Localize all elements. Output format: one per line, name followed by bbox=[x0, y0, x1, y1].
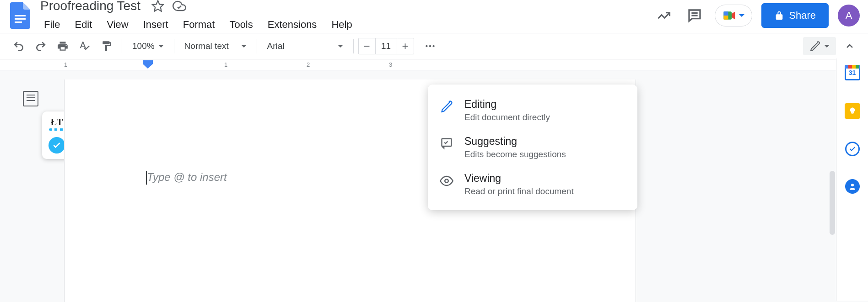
style-dropdown[interactable]: Normal text bbox=[179, 38, 252, 54]
svg-point-17 bbox=[445, 179, 448, 183]
mode-desc: Read or print final document bbox=[464, 186, 574, 196]
mode-desc: Edit document directly bbox=[464, 112, 550, 122]
menu-view[interactable]: View bbox=[100, 16, 135, 33]
paint-format-button[interactable] bbox=[96, 37, 117, 56]
spellcheck-button[interactable] bbox=[74, 37, 95, 56]
svg-point-10 bbox=[429, 45, 431, 47]
svg-rect-7 bbox=[724, 11, 728, 16]
activity-icon[interactable] bbox=[653, 5, 674, 26]
cloud-status-icon[interactable] bbox=[173, 0, 186, 13]
meet-button[interactable] bbox=[715, 5, 752, 26]
side-panel: 31 bbox=[836, 58, 868, 301]
ruler-mark: 3 bbox=[389, 61, 392, 68]
menu-edit[interactable]: Edit bbox=[68, 16, 98, 33]
scrollbar[interactable] bbox=[830, 171, 835, 235]
menu-format[interactable]: Format bbox=[177, 16, 221, 33]
docs-logo[interactable] bbox=[8, 0, 32, 32]
menubar: File Edit View Insert Format Tools Exten… bbox=[38, 16, 653, 33]
font-size-control: − 11 + bbox=[358, 38, 414, 54]
contacts-icon[interactable] bbox=[845, 179, 860, 194]
svg-marker-3 bbox=[152, 0, 163, 11]
mode-suggesting[interactable]: Suggesting Edits become suggestions bbox=[428, 129, 637, 166]
mode-title: Suggesting bbox=[464, 135, 566, 148]
calendar-icon[interactable]: 31 bbox=[845, 65, 860, 80]
comments-icon[interactable] bbox=[684, 5, 706, 26]
ruler-mark: 2 bbox=[307, 61, 310, 68]
check-ok-icon[interactable] bbox=[49, 137, 65, 154]
svg-marker-12 bbox=[143, 60, 153, 69]
font-size-decrease[interactable]: − bbox=[359, 38, 375, 54]
wave-icon bbox=[49, 128, 65, 131]
mode-editing[interactable]: Editing Edit document directly bbox=[428, 92, 637, 129]
svg-point-9 bbox=[426, 45, 427, 47]
insert-placeholder: Type @ to insert bbox=[147, 171, 227, 184]
caret-icon bbox=[739, 14, 744, 17]
menu-extensions[interactable]: Extensions bbox=[261, 16, 323, 33]
more-tools-button[interactable] bbox=[420, 37, 441, 56]
outline-button[interactable] bbox=[23, 91, 38, 106]
svg-rect-2 bbox=[15, 21, 22, 23]
font-size-increase[interactable]: + bbox=[397, 38, 414, 54]
svg-rect-1 bbox=[15, 18, 26, 20]
menu-help[interactable]: Help bbox=[325, 16, 358, 33]
menu-file[interactable]: File bbox=[38, 16, 66, 33]
collapse-toolbar-button[interactable] bbox=[840, 37, 860, 55]
indent-marker[interactable] bbox=[143, 60, 153, 71]
share-label: Share bbox=[789, 10, 816, 21]
menu-tools[interactable]: Tools bbox=[223, 16, 259, 33]
mode-desc: Edits become suggestions bbox=[464, 149, 566, 159]
languagetool-logo-icon: ŁT bbox=[51, 117, 63, 127]
suggest-icon bbox=[440, 137, 453, 150]
editing-mode-button[interactable] bbox=[803, 37, 836, 55]
mode-menu: Editing Edit document directly Suggestin… bbox=[428, 85, 637, 210]
keep-icon[interactable] bbox=[845, 103, 860, 119]
font-dropdown[interactable]: Arial bbox=[262, 38, 349, 54]
avatar[interactable]: A bbox=[838, 5, 860, 26]
share-button[interactable]: Share bbox=[761, 3, 829, 28]
ruler-mark: 1 bbox=[224, 61, 227, 68]
ruler[interactable]: 1 1 2 3 bbox=[0, 59, 868, 70]
font-size-value[interactable]: 11 bbox=[375, 38, 397, 54]
menu-insert[interactable]: Insert bbox=[137, 16, 175, 33]
redo-button[interactable] bbox=[30, 37, 51, 56]
mode-viewing[interactable]: Viewing Read or print final document bbox=[428, 166, 637, 203]
undo-button[interactable] bbox=[8, 37, 29, 56]
toolbar: 100% Normal text Arial − 11 + bbox=[0, 33, 868, 59]
ruler-mark: 1 bbox=[64, 61, 67, 68]
document-title[interactable]: Proofreading Test bbox=[38, 0, 143, 14]
tasks-icon[interactable] bbox=[845, 142, 860, 156]
titlebar: Proofreading Test File Edit View Insert … bbox=[0, 0, 868, 27]
svg-point-11 bbox=[432, 45, 434, 47]
mode-title: Editing bbox=[464, 98, 550, 111]
mode-title: Viewing bbox=[464, 172, 574, 185]
pencil-icon bbox=[440, 100, 453, 113]
svg-rect-8 bbox=[724, 16, 728, 20]
zoom-dropdown[interactable]: 100% bbox=[127, 38, 169, 54]
print-button[interactable] bbox=[52, 37, 73, 56]
svg-rect-0 bbox=[15, 15, 26, 16]
star-icon[interactable] bbox=[151, 0, 164, 12]
eye-icon bbox=[440, 174, 453, 188]
svg-point-18 bbox=[851, 184, 854, 186]
